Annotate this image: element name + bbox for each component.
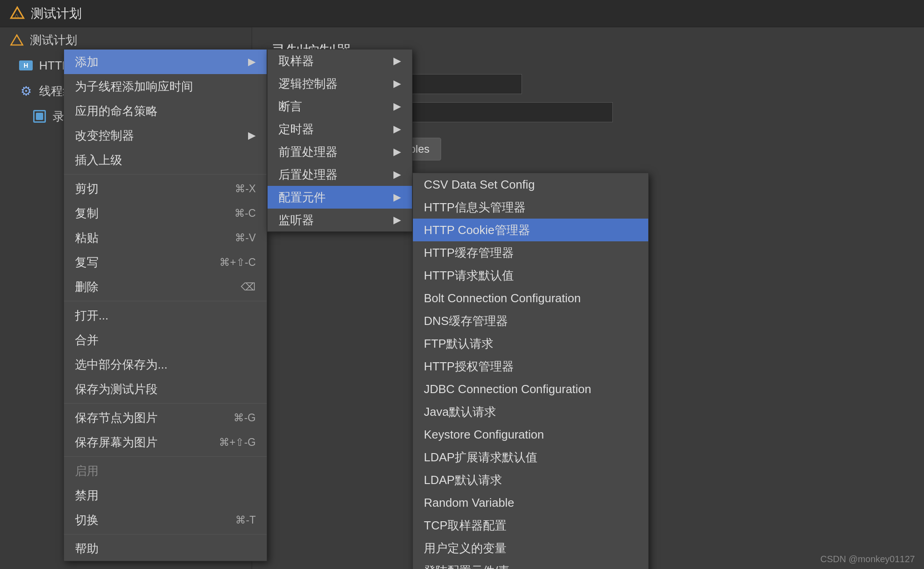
submenu-l3-item-http-default-request[interactable]: HTTP请求默认值 [413, 264, 648, 287]
menu-item-save-selection[interactable]: 选中部分保存为... [64, 352, 267, 377]
menu-item-left-apply-naming: 应用的命名策略 [75, 103, 158, 119]
submenu-l3-item-user-defined-vars[interactable]: 用户定义的变量 [413, 537, 648, 559]
menu-item-save-as-snippet[interactable]: 保存为测试片段 [64, 377, 267, 401]
menu-label-paste: 粘贴 [75, 230, 99, 246]
submenu-l2-item-post-processor[interactable]: 后置处理器▶ [268, 163, 412, 186]
submenu-l2-arrow-config-element: ▶ [393, 191, 401, 203]
menu-shortcut-toggle: ⌘-T [235, 514, 256, 526]
submenu-l2-item-config-element[interactable]: 配置元件▶ [268, 186, 412, 209]
submenu-l2-item-listener[interactable]: 监听器▶ [268, 209, 412, 231]
menu-item-insert-parent[interactable]: 插入上级 [64, 148, 267, 172]
submenu-l3-item-tcp-sampler-config[interactable]: TCP取样器配置 [413, 514, 648, 537]
menu-item-add-response-time[interactable]: 为子线程添加响应时间 [64, 74, 267, 99]
submenu-l2-label-logic-controller: 逻辑控制器 [278, 76, 338, 92]
menu-item-left-change-controller: 改变控制器 [75, 128, 134, 144]
menu-shortcut-duplicate: ⌘+⇧-C [219, 256, 256, 269]
menu-label-insert-parent: 插入上级 [75, 152, 122, 168]
submenu-l3-item-csv-data-set[interactable]: CSV Data Set Config [413, 173, 648, 196]
menu-label-disable: 禁用 [75, 488, 99, 504]
menu-item-disable[interactable]: 禁用 [64, 483, 267, 508]
submenu-l2-label-sampler: 取样器 [278, 53, 314, 69]
submenu-l3-item-dns-cache-manager[interactable]: DNS缓存管理器 [413, 309, 648, 332]
submenu-add: 取样器▶逻辑控制器▶断言▶定时器▶前置处理器▶后置处理器▶配置元件▶监听器▶ [267, 49, 412, 232]
menu-item-add[interactable]: 添加▶ [64, 50, 267, 74]
submenu-l2-arrow-logic-controller: ▶ [393, 78, 401, 90]
submenu-l3-item-jdbc-connection[interactable]: JDBC Connection Configuration [413, 378, 648, 400]
submenu-l2-label-config-element: 配置元件 [278, 190, 326, 205]
submenu-l2-label-post-processor: 后置处理器 [278, 167, 338, 183]
menu-item-help[interactable]: 帮助 [64, 536, 267, 561]
submenu-l3-label-ftp-default: FTP默认请求 [424, 336, 493, 352]
menu-shortcut-copy: ⌘-C [234, 207, 256, 220]
submenu-l3-label-http-default-request: HTTP请求默认值 [424, 268, 514, 284]
menu-item-left-save-node-img: 保存节点为图片 [75, 410, 158, 426]
submenu-l3-label-http-header-manager: HTTP信息头管理器 [424, 200, 526, 215]
submenu-l3-item-ldap-ext-default[interactable]: LDAP扩展请求默认值 [413, 446, 648, 469]
submenu-l3-label-jdbc-connection: JDBC Connection Configuration [424, 382, 591, 396]
menu-label-add: 添加 [75, 54, 99, 70]
menu-item-left-toggle: 切换 [75, 512, 99, 528]
menu-item-toggle[interactable]: 切换⌘-T [64, 508, 267, 532]
menu-label-cut: 剪切 [75, 181, 99, 197]
menu-separator-19 [64, 456, 267, 457]
svg-text:△: △ [15, 12, 19, 19]
submenu-l3-label-random-variable: Random Variable [424, 496, 514, 510]
submenu-l3-item-http-auth-manager[interactable]: HTTP授权管理器 [413, 355, 648, 378]
menu-label-duplicate: 复写 [75, 255, 99, 270]
submenu-l3-label-http-cache-manager: HTTP缓存管理器 [424, 245, 514, 261]
menu-item-open[interactable]: 打开... [64, 303, 267, 328]
menu-label-add-response-time: 为子线程添加响应时间 [75, 79, 193, 95]
menu-label-toggle: 切换 [75, 512, 99, 528]
menu-item-enable: 启用 [64, 459, 267, 483]
app-icon: △ [9, 5, 25, 22]
menu-item-apply-naming[interactable]: 应用的命名策略 [64, 99, 267, 123]
menu-separator-5 [64, 174, 267, 175]
menu-item-cut[interactable]: 剪切⌘-X [64, 176, 267, 201]
app-title: 测试计划 [31, 5, 82, 22]
submenu-l2-item-timer[interactable]: 定时器▶ [268, 118, 412, 140]
submenu-l3-label-ldap-ext-default: LDAP扩展请求默认值 [424, 449, 537, 465]
submenu-l2-item-pre-processor[interactable]: 前置处理器▶ [268, 140, 412, 163]
menu-item-left-help: 帮助 [75, 541, 99, 557]
submenu-l3-item-login-config[interactable]: 登陆配置元件/素 [413, 559, 648, 569]
menu-item-left-disable: 禁用 [75, 488, 99, 504]
tree-icon-http-proxy: H [18, 58, 34, 73]
menu-shortcut-paste: ⌘-V [235, 232, 256, 244]
menu-item-left-add-response-time: 为子线程添加响应时间 [75, 79, 193, 95]
submenu-l3-item-bolt-connection[interactable]: Bolt Connection Configuration [413, 287, 648, 309]
submenu-l3-item-http-header-manager[interactable]: HTTP信息头管理器 [413, 196, 648, 219]
menu-item-save-screen-img[interactable]: 保存屏幕为图片⌘+⇧-G [64, 430, 267, 454]
tree-label-test-plan: 测试计划 [30, 32, 77, 48]
submenu-l3-label-bolt-connection: Bolt Connection Configuration [424, 291, 581, 305]
svg-marker-2 [11, 35, 23, 45]
submenu-l2-item-assertion[interactable]: 断言▶ [268, 95, 412, 118]
menu-item-merge[interactable]: 合并 [64, 328, 267, 352]
title-bar: △ 测试计划 [0, 0, 924, 27]
menu-shortcut-cut: ⌘-X [235, 183, 256, 195]
submenu-l3-item-keystore-config[interactable]: Keystore Configuration [413, 423, 648, 446]
submenu-l3-item-http-cache-manager[interactable]: HTTP缓存管理器 [413, 241, 648, 264]
submenu-l3-item-ftp-default[interactable]: FTP默认请求 [413, 332, 648, 355]
menu-item-paste[interactable]: 粘贴⌘-V [64, 225, 267, 250]
submenu-l2-item-sampler[interactable]: 取样器▶ [268, 50, 412, 72]
menu-item-delete[interactable]: 删除⌫ [64, 275, 267, 299]
submenu-l2-arrow-listener: ▶ [393, 214, 401, 226]
menu-item-change-controller[interactable]: 改变控制器▶ [64, 123, 267, 148]
submenu-l2-label-pre-processor: 前置处理器 [278, 144, 338, 160]
tree-icon-recording-controller [32, 109, 47, 124]
menu-item-copy[interactable]: 复制⌘-C [64, 201, 267, 225]
submenu-l2-arrow-post-processor: ▶ [393, 169, 401, 180]
submenu-l3-label-user-defined-vars: 用户定义的变量 [424, 540, 507, 556]
submenu-l3-item-random-variable[interactable]: Random Variable [413, 491, 648, 514]
submenu-l3-item-ldap-default[interactable]: LDAP默认请求 [413, 469, 648, 491]
submenu-l2-item-logic-controller[interactable]: 逻辑控制器▶ [268, 72, 412, 95]
menu-shortcut-delete: ⌫ [241, 281, 256, 293]
submenu-l3-item-java-default[interactable]: Java默认请求 [413, 400, 648, 423]
menu-item-save-node-img[interactable]: 保存节点为图片⌘-G [64, 405, 267, 430]
menu-arrow-change-controller: ▶ [248, 130, 256, 141]
submenu-l3-item-http-cookie-manager[interactable]: HTTP Cookie管理器 [413, 219, 648, 241]
menu-shortcut-save-node-img: ⌘-G [233, 412, 256, 424]
menu-item-left-add: 添加 [75, 54, 99, 70]
submenu-l2-arrow-assertion: ▶ [393, 100, 401, 112]
menu-item-duplicate[interactable]: 复写⌘+⇧-C [64, 250, 267, 275]
